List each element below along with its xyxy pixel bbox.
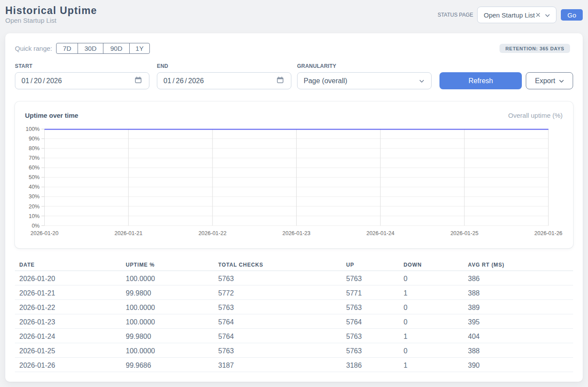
svg-text:10%: 10% bbox=[28, 213, 39, 219]
svg-text:80%: 80% bbox=[28, 145, 39, 151]
svg-text:100%: 100% bbox=[26, 126, 40, 132]
svg-text:50%: 50% bbox=[28, 174, 39, 180]
svg-text:2026-01-20: 2026-01-20 bbox=[31, 230, 59, 236]
svg-text:2026-01-24: 2026-01-24 bbox=[366, 230, 394, 236]
svg-text:70%: 70% bbox=[28, 155, 39, 161]
svg-text:40%: 40% bbox=[28, 184, 39, 190]
svg-text:2026-01-22: 2026-01-22 bbox=[198, 230, 227, 236]
svg-text:30%: 30% bbox=[28, 194, 39, 200]
svg-text:2026-01-25: 2026-01-25 bbox=[450, 230, 478, 236]
svg-text:2026-01-21: 2026-01-21 bbox=[114, 230, 142, 236]
svg-text:60%: 60% bbox=[28, 165, 39, 171]
svg-text:0%: 0% bbox=[32, 223, 39, 229]
svg-text:90%: 90% bbox=[28, 136, 39, 142]
svg-text:2026-01-26: 2026-01-26 bbox=[535, 230, 563, 236]
svg-text:2026-01-23: 2026-01-23 bbox=[283, 230, 311, 236]
svg-text:20%: 20% bbox=[28, 204, 39, 210]
